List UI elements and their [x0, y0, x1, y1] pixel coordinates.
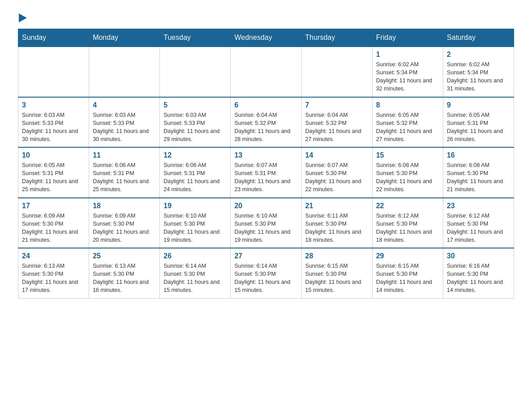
day-info: Sunrise: 6:06 AMSunset: 5:31 PMDaylight:…: [163, 161, 227, 194]
day-number: 23: [447, 202, 510, 210]
calendar-cell: 29Sunrise: 6:15 AMSunset: 5:30 PMDayligh…: [372, 248, 443, 298]
day-number: 11: [93, 151, 156, 159]
day-info: Sunrise: 6:03 AMSunset: 5:33 PMDaylight:…: [93, 111, 156, 144]
day-number: 12: [163, 151, 227, 159]
day-info: Sunrise: 6:14 AMSunset: 5:30 PMDaylight:…: [163, 262, 227, 295]
calendar-cell: 5Sunrise: 6:03 AMSunset: 5:33 PMDaylight…: [160, 97, 231, 148]
day-info: Sunrise: 6:16 AMSunset: 5:30 PMDaylight:…: [447, 262, 510, 295]
day-number: 5: [163, 101, 227, 109]
day-info: Sunrise: 6:04 AMSunset: 5:32 PMDaylight:…: [305, 111, 369, 144]
day-number: 3: [22, 101, 85, 109]
day-number: 25: [93, 252, 156, 260]
day-number: 26: [163, 252, 227, 260]
day-info: Sunrise: 6:06 AMSunset: 5:31 PMDaylight:…: [93, 161, 156, 194]
day-number: 30: [447, 252, 510, 260]
calendar-cell: 19Sunrise: 6:10 AMSunset: 5:30 PMDayligh…: [160, 198, 231, 248]
day-number: 28: [305, 252, 369, 260]
day-number: 6: [234, 101, 297, 109]
calendar-cell: [160, 47, 231, 97]
calendar-cell: 22Sunrise: 6:12 AMSunset: 5:30 PMDayligh…: [372, 198, 443, 248]
calendar-cell: 16Sunrise: 6:08 AMSunset: 5:30 PMDayligh…: [443, 147, 514, 198]
day-info: Sunrise: 6:02 AMSunset: 5:34 PMDaylight:…: [376, 60, 439, 93]
calendar-cell: [231, 47, 301, 97]
calendar-cell: 26Sunrise: 6:14 AMSunset: 5:30 PMDayligh…: [160, 248, 231, 298]
day-number: 1: [376, 51, 439, 59]
day-info: Sunrise: 6:09 AMSunset: 5:30 PMDaylight:…: [22, 212, 85, 244]
calendar-cell: 20Sunrise: 6:10 AMSunset: 5:30 PMDayligh…: [231, 198, 301, 248]
page-header: [18, 13, 514, 20]
svg-marker-0: [19, 13, 27, 22]
day-info: Sunrise: 6:02 AMSunset: 5:34 PMDaylight:…: [447, 60, 510, 93]
day-info: Sunrise: 6:10 AMSunset: 5:30 PMDaylight:…: [163, 212, 227, 244]
calendar-header-monday: Monday: [89, 29, 160, 47]
day-number: 27: [234, 252, 297, 260]
calendar-cell: [301, 47, 372, 97]
calendar-cell: 6Sunrise: 6:04 AMSunset: 5:32 PMDaylight…: [231, 97, 301, 148]
logo: [18, 13, 47, 20]
day-info: Sunrise: 6:03 AMSunset: 5:33 PMDaylight:…: [22, 111, 85, 144]
day-number: 9: [447, 101, 510, 109]
day-number: 17: [22, 202, 85, 210]
day-info: Sunrise: 6:07 AMSunset: 5:31 PMDaylight:…: [234, 161, 297, 194]
calendar-cell: 13Sunrise: 6:07 AMSunset: 5:31 PMDayligh…: [231, 147, 301, 198]
day-info: Sunrise: 6:05 AMSunset: 5:31 PMDaylight:…: [22, 161, 85, 194]
day-number: 13: [234, 151, 297, 159]
day-number: 29: [376, 252, 439, 260]
day-info: Sunrise: 6:14 AMSunset: 5:30 PMDaylight:…: [234, 262, 297, 295]
calendar-cell: 11Sunrise: 6:06 AMSunset: 5:31 PMDayligh…: [89, 147, 160, 198]
calendar-cell: 28Sunrise: 6:15 AMSunset: 5:30 PMDayligh…: [301, 248, 372, 298]
day-info: Sunrise: 6:12 AMSunset: 5:30 PMDaylight:…: [376, 212, 439, 244]
day-number: 22: [376, 202, 439, 210]
calendar-cell: [18, 47, 89, 97]
day-info: Sunrise: 6:03 AMSunset: 5:33 PMDaylight:…: [163, 111, 227, 144]
calendar-header-tuesday: Tuesday: [160, 29, 231, 47]
day-number: 4: [93, 101, 156, 109]
week-row-2: 3Sunrise: 6:03 AMSunset: 5:33 PMDaylight…: [18, 97, 514, 148]
week-row-1: 1Sunrise: 6:02 AMSunset: 5:34 PMDaylight…: [18, 47, 514, 97]
calendar-cell: 3Sunrise: 6:03 AMSunset: 5:33 PMDaylight…: [18, 97, 89, 148]
calendar-header-wednesday: Wednesday: [231, 29, 301, 47]
day-number: 8: [376, 101, 439, 109]
day-number: 20: [234, 202, 297, 210]
calendar-cell: [89, 47, 160, 97]
calendar-cell: 30Sunrise: 6:16 AMSunset: 5:30 PMDayligh…: [443, 248, 514, 298]
calendar-cell: 27Sunrise: 6:14 AMSunset: 5:30 PMDayligh…: [231, 248, 301, 298]
calendar-cell: 17Sunrise: 6:09 AMSunset: 5:30 PMDayligh…: [18, 198, 89, 248]
day-info: Sunrise: 6:07 AMSunset: 5:30 PMDaylight:…: [305, 161, 369, 194]
day-number: 15: [376, 151, 439, 159]
day-info: Sunrise: 6:13 AMSunset: 5:30 PMDaylight:…: [22, 262, 85, 295]
week-row-3: 10Sunrise: 6:05 AMSunset: 5:31 PMDayligh…: [18, 147, 514, 198]
calendar-cell: 4Sunrise: 6:03 AMSunset: 5:33 PMDaylight…: [89, 97, 160, 148]
day-info: Sunrise: 6:05 AMSunset: 5:32 PMDaylight:…: [376, 111, 439, 144]
day-info: Sunrise: 6:09 AMSunset: 5:30 PMDaylight:…: [93, 212, 156, 244]
day-info: Sunrise: 6:04 AMSunset: 5:32 PMDaylight:…: [234, 111, 297, 144]
day-number: 18: [93, 202, 156, 210]
calendar-cell: 9Sunrise: 6:05 AMSunset: 5:31 PMDaylight…: [443, 97, 514, 148]
calendar-cell: 10Sunrise: 6:05 AMSunset: 5:31 PMDayligh…: [18, 147, 89, 198]
calendar-header-row: SundayMondayTuesdayWednesdayThursdayFrid…: [18, 29, 514, 47]
calendar-cell: 25Sunrise: 6:13 AMSunset: 5:30 PMDayligh…: [89, 248, 160, 298]
day-info: Sunrise: 6:10 AMSunset: 5:30 PMDaylight:…: [234, 212, 297, 244]
day-info: Sunrise: 6:13 AMSunset: 5:30 PMDaylight:…: [93, 262, 156, 295]
calendar-cell: 8Sunrise: 6:05 AMSunset: 5:32 PMDaylight…: [372, 97, 443, 148]
day-number: 16: [447, 151, 510, 159]
day-info: Sunrise: 6:12 AMSunset: 5:30 PMDaylight:…: [447, 212, 510, 244]
day-info: Sunrise: 6:15 AMSunset: 5:30 PMDaylight:…: [376, 262, 439, 295]
week-row-4: 17Sunrise: 6:09 AMSunset: 5:30 PMDayligh…: [18, 198, 514, 248]
day-number: 2: [447, 51, 510, 59]
day-info: Sunrise: 6:08 AMSunset: 5:30 PMDaylight:…: [376, 161, 439, 194]
day-number: 14: [305, 151, 369, 159]
calendar-cell: 2Sunrise: 6:02 AMSunset: 5:34 PMDaylight…: [443, 47, 514, 97]
calendar-cell: 7Sunrise: 6:04 AMSunset: 5:32 PMDaylight…: [301, 97, 372, 148]
day-info: Sunrise: 6:15 AMSunset: 5:30 PMDaylight:…: [305, 262, 369, 295]
day-number: 21: [305, 202, 369, 210]
calendar-table: SundayMondayTuesdayWednesdayThursdayFrid…: [18, 29, 514, 299]
calendar-cell: 21Sunrise: 6:11 AMSunset: 5:30 PMDayligh…: [301, 198, 372, 248]
calendar-cell: 23Sunrise: 6:12 AMSunset: 5:30 PMDayligh…: [443, 198, 514, 248]
calendar-header-saturday: Saturday: [443, 29, 514, 47]
calendar-cell: 1Sunrise: 6:02 AMSunset: 5:34 PMDaylight…: [372, 47, 443, 97]
day-number: 24: [22, 252, 85, 260]
calendar-cell: 14Sunrise: 6:07 AMSunset: 5:30 PMDayligh…: [301, 147, 372, 198]
calendar-header-friday: Friday: [372, 29, 443, 47]
calendar-header-thursday: Thursday: [301, 29, 372, 47]
